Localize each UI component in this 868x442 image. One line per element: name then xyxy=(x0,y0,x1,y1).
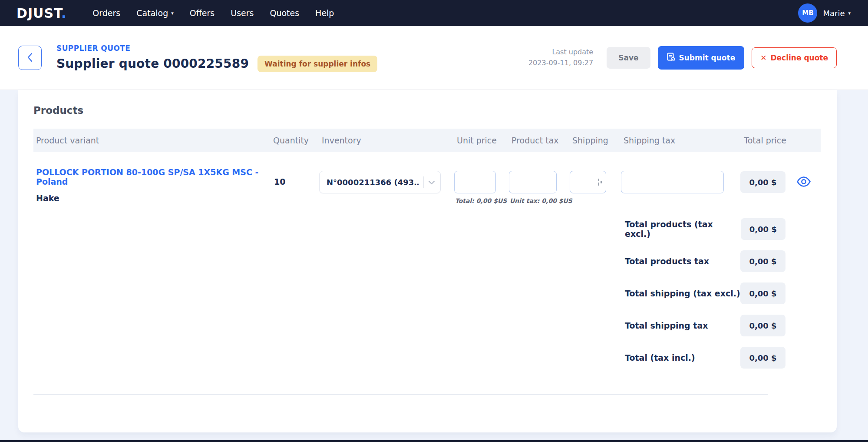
col-shipping-tax: Shipping tax xyxy=(621,136,738,145)
product-variant-link[interactable]: POLLOCK PORTION 80-100G SP/SA 1X5KG MSC … xyxy=(36,167,271,186)
decline-quote-button[interactable]: ✕ Decline quote xyxy=(752,47,837,68)
col-product-tax: Product tax xyxy=(509,136,570,145)
total-incl-row: Total (tax incl.) 0,00 $ xyxy=(625,346,785,369)
quantity-value: 10 xyxy=(271,177,319,186)
col-total-price: Total price xyxy=(738,136,786,145)
view-product-button[interactable] xyxy=(786,176,821,189)
header-actions: Last update 2023-09-11, 09:27 Save Submi… xyxy=(528,46,837,70)
number-stepper-icon xyxy=(597,178,602,188)
avatar[interactable]: MB xyxy=(798,3,817,23)
app-logo[interactable]: DJUST. xyxy=(17,6,66,21)
col-shipping: Shipping xyxy=(570,136,621,145)
submit-document-icon xyxy=(667,53,675,63)
total-price-value: 0,00 $ xyxy=(740,171,785,193)
total-products-tax-value: 0,00 $ xyxy=(740,250,785,272)
total-shipping-excl-row: Total shipping (tax excl.) 0,00 $ xyxy=(625,282,785,304)
col-quantity: Quantity xyxy=(271,136,319,145)
user-menu[interactable]: Marie▾ xyxy=(823,9,851,18)
nav-item-orders[interactable]: Orders xyxy=(92,8,120,18)
nav-item-help[interactable]: Help xyxy=(315,8,334,18)
section-eyebrow: SUPPLIER QUOTE xyxy=(56,44,377,53)
card-divider xyxy=(33,394,768,395)
nav-item-catalog[interactable]: Catalog▾ xyxy=(136,8,174,18)
submit-quote-button[interactable]: Submit quote xyxy=(658,46,745,70)
total-products-excl-row: Total products (tax excl.) 0,00 $ xyxy=(625,218,785,240)
inventory-select[interactable]: N°0000211366 (493… xyxy=(319,171,441,193)
last-update-label: Last update xyxy=(528,47,593,58)
close-icon: ✕ xyxy=(760,53,766,62)
page-title: Supplier quote 0000225589 xyxy=(56,56,249,71)
total-products-excl-value: 0,00 $ xyxy=(741,218,785,240)
top-navbar: DJUST. Orders Catalog▾ Offers Users Quot… xyxy=(0,0,868,26)
total-incl-value: 0,00 $ xyxy=(740,347,785,369)
screen-bottom-edge xyxy=(0,440,868,442)
chevron-down-icon xyxy=(428,178,435,186)
total-shipping-tax-row: Total shipping tax 0,00 $ xyxy=(625,314,785,336)
chevron-left-icon xyxy=(26,52,33,64)
col-unit-price: Unit price xyxy=(454,136,509,145)
unit-price-input[interactable] xyxy=(454,171,496,193)
col-product-variant: Product variant xyxy=(33,136,271,145)
product-variant-subtitle: Hake xyxy=(36,193,271,203)
eye-icon xyxy=(796,176,811,189)
back-button[interactable] xyxy=(18,46,42,70)
quote-header: SUPPLIER QUOTE Supplier quote 0000225589… xyxy=(0,26,868,90)
nav-item-offers[interactable]: Offers xyxy=(190,8,215,18)
total-shipping-tax-value: 0,00 $ xyxy=(740,315,785,336)
totals-summary: Total products (tax excl.) 0,00 $ Total … xyxy=(625,218,785,369)
last-update-value: 2023-09-11, 09:27 xyxy=(528,58,593,69)
total-products-tax-row: Total products tax 0,00 $ xyxy=(625,250,785,272)
nav-item-users[interactable]: Users xyxy=(231,8,254,18)
main-menu: Orders Catalog▾ Offers Users Quotes Help xyxy=(92,8,334,18)
nav-item-quotes[interactable]: Quotes xyxy=(270,8,299,18)
unit-price-helper: Total: 0,00 $US xyxy=(454,197,509,204)
product-tax-helper: Unit tax: 0,00 $US xyxy=(509,197,570,204)
table-row: POLLOCK PORTION 80-100G SP/SA 1X5KG MSC … xyxy=(33,152,821,204)
products-card: Products Product variant Quantity Invent… xyxy=(18,90,837,432)
products-section-title: Products xyxy=(33,105,821,116)
col-inventory: Inventory xyxy=(319,136,454,145)
products-table-header: Product variant Quantity Inventory Unit … xyxy=(33,129,821,152)
last-update: Last update 2023-09-11, 09:27 xyxy=(528,47,593,69)
total-shipping-excl-value: 0,00 $ xyxy=(740,282,785,304)
save-button[interactable]: Save xyxy=(607,47,650,69)
title-block: SUPPLIER QUOTE Supplier quote 0000225589… xyxy=(56,44,377,72)
chevron-down-icon: ▾ xyxy=(171,10,174,16)
status-badge: Waiting for supplier infos xyxy=(257,56,377,72)
chevron-down-icon: ▾ xyxy=(848,10,851,16)
user-area: MB Marie▾ xyxy=(798,3,851,23)
product-tax-input[interactable] xyxy=(509,171,557,193)
logo-text: DJUST xyxy=(17,6,61,21)
shipping-tax-input[interactable] xyxy=(621,171,724,193)
logo-dot: . xyxy=(61,6,66,21)
